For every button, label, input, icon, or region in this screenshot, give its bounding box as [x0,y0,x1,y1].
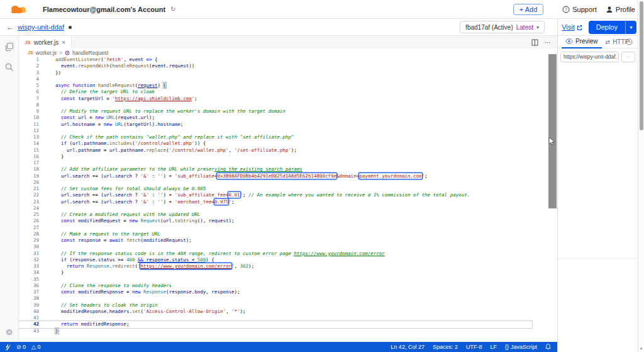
deploy-dropdown-button[interactable]: ▼ [625,21,636,34]
code-line[interactable]: 38 [19,295,532,302]
line-number: 5 [19,82,39,89]
back-arrow-icon[interactable]: ← [6,23,14,31]
code-line[interactable]: 28 // Make a request to the target URL [19,231,532,237]
breadcrumb: JS worker.js > handleRequest [19,48,557,57]
close-tab-icon[interactable]: × [62,39,65,46]
code-line[interactable]: 39 // Set headers to cloak the origin [19,302,532,309]
indentation-setting[interactable]: Spaces: 2 [433,344,458,350]
code-line[interactable]: 24 [19,205,532,212]
code-line[interactable]: 36 // Clone the response to modify heade… [19,283,532,289]
line-number: 23 [19,199,39,205]
code-line[interactable]: 5async function handleRequest(request) { [19,82,532,89]
code-line[interactable]: 2 event.respondWith(handleRequest(event.… [19,63,532,69]
code-line[interactable]: 8 [19,102,532,108]
code-line[interactable]: 20 [19,179,532,186]
code-line[interactable]: 34 } [19,270,532,276]
code-line[interactable]: 17 [19,160,532,166]
code-line[interactable]: 33 return Response.redirect('https://www… [19,263,532,270]
code-line[interactable]: 7 const targetUrl = 'https://api.shieldc… [19,96,532,102]
code-line[interactable]: 18 // Add the affiliate parameter to the… [19,166,532,173]
line-number: 12 [19,128,39,134]
code-line[interactable]: 19 url.search += (url.search ? '&' : '')… [19,173,532,179]
code-line[interactable]: 14 if (url.pathname.includes('/control/w… [19,140,532,147]
language-mode[interactable]: {} JavaScript [505,344,537,350]
deploy-button[interactable]: Deploy [589,21,625,34]
code-area[interactable]: 1addEventListener('fetch', event => {2 e… [19,57,557,342]
code-line[interactable]: 29 const response = await fetch(modified… [19,237,532,244]
account-name: Flamecowtour@gmail.com's Account [43,6,165,13]
editor-scrollbar[interactable] [548,54,557,208]
line-number: 42 [19,321,39,327]
scroll-down-arrow-icon[interactable]: ▼ [638,347,644,351]
code-line[interactable]: 12 [19,128,532,134]
code-line[interactable]: 35 [19,276,532,283]
code-line[interactable]: 22 url.search += (url.search ? '&' : '')… [19,192,532,198]
more-actions-icon[interactable]: ⋯ [545,39,551,46]
line-number: 39 [19,302,39,309]
code-line[interactable]: 43} [19,328,532,334]
files-icon[interactable] [4,41,15,52]
errors-count[interactable]: ⊘ 0 [16,344,26,350]
code-line[interactable]: 9 // Modify the request URL to replace t… [19,108,532,115]
eol-setting[interactable]: LF [490,344,497,350]
account-switch-icon[interactable]: ↻ [170,6,175,13]
code-line[interactable]: 4 [19,76,532,82]
line-number: 14 [19,140,39,147]
tab-worker-js[interactable]: JS worker.js × [19,36,72,48]
code-line[interactable]: 26 const modifiedRequest = new Request(u… [19,218,532,224]
gear-icon[interactable]: ⚙ [6,327,13,337]
add-button[interactable]: + Add [513,4,543,15]
line-number: 1 [19,57,39,63]
version-select[interactable]: fbad17af (Active) Latest ▾ [460,21,545,33]
code-line[interactable]: 37 const modifiedResponse = new Response… [19,289,532,295]
cursor-position[interactable]: Ln 42, Col 27 [391,344,425,350]
url-more-button[interactable]: ··· [621,52,635,62]
code-line[interactable]: 23 url.search += (url.search ? '&' : '')… [19,199,532,205]
worker-name-link[interactable]: wispy-unit-ddaf [18,23,64,31]
history-clock-icon[interactable] [626,38,633,45]
line-number: 25 [19,212,39,218]
code-line[interactable]: 13 // Check if the path contains "wallet… [19,134,532,140]
profile-menu[interactable]: Profile [606,6,635,13]
line-number: 31 [19,251,39,257]
window-scrollbar[interactable]: ▼ [638,0,644,352]
code-line[interactable]: 10 const url = new URL(request.url); [19,115,532,121]
line-number: 40 [19,309,39,315]
code-line[interactable]: 11 url.hostname = new URL(targetUrl).hos… [19,122,532,128]
preview-url-input[interactable]: https://wispy-unit-ddaf. [560,52,619,62]
warnings-count[interactable]: △ 0 [31,344,40,350]
breadcrumb-file[interactable]: worker.js [36,50,57,56]
line-number: 32 [19,257,39,263]
code-line[interactable]: 42 return modifiedResponse; [19,321,532,327]
code-line[interactable]: 31 // If the response status code is in … [19,251,532,257]
code-line[interactable]: 6 // Define the target URL to cloak [19,89,532,95]
line-number: 33 [19,263,39,270]
code-line[interactable]: 16 } [19,154,532,160]
breadcrumb-symbol[interactable]: handleRequest [72,50,108,56]
top-header: Flamecowtour@gmail.com's Account ↻ + Add… [0,0,644,19]
code-line[interactable]: 30 [19,244,532,250]
line-number: 26 [19,218,39,224]
code-line[interactable]: 1addEventListener('fetch', event => { [19,57,532,63]
search-icon[interactable] [4,61,15,72]
remote-indicator-icon[interactable] [5,344,11,351]
visit-link[interactable]: Visit [562,23,582,31]
tab-preview[interactable]: Preview [562,36,602,48]
code-line[interactable]: 41 [19,315,532,321]
support-menu[interactable]: ? Support [562,6,597,13]
code-line[interactable]: 40 modifiedResponse.headers.set('Access-… [19,309,532,315]
code-line[interactable]: 32 if (response.status >= 400 && respons… [19,257,532,263]
javascript-file-icon: JS [28,50,33,55]
code-line[interactable]: 27 [19,225,532,231]
svg-text:?: ? [565,7,567,11]
code-line[interactable]: 25 // Create a modified request with the… [19,212,532,218]
code-line[interactable]: 3}) [19,70,532,76]
code-line[interactable]: 15 url.pathname = url.pathname.replace('… [19,147,532,154]
encoding-setting[interactable]: UTF-8 [466,344,482,350]
window-scrollbar-thumb[interactable] [640,1,643,130]
code-line[interactable]: 21 // Set custom fees for total should a… [19,186,532,192]
line-number: 34 [19,270,39,276]
split-editor-icon[interactable] [531,39,538,46]
language-label: JavaScript [511,344,537,350]
notifications-bell-icon[interactable] [545,344,551,350]
